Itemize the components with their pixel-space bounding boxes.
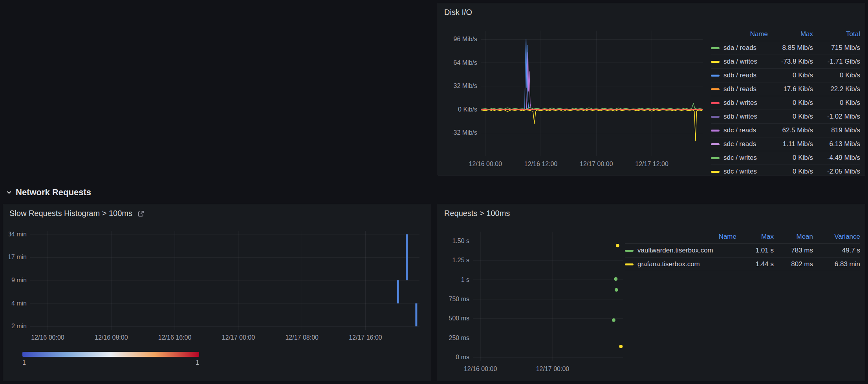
- legend-column-header[interactable]: Name: [711, 30, 768, 38]
- legend-column-header[interactable]: Total: [813, 30, 860, 38]
- legend-series-cell: sdc / writes: [711, 154, 768, 162]
- series-total-value: -1.02 Mib/s: [813, 113, 860, 121]
- series-total-value: 715 Mib/s: [813, 44, 860, 52]
- svg-text:17 min: 17 min: [9, 254, 27, 260]
- series-name: sdb / reads: [723, 71, 756, 79]
- legend-series-cell: sdc / writes: [711, 168, 768, 174]
- slow-requests-heatmap-chart[interactable]: 34 min17 min9 min4 min2 min12/16 00:0012…: [9, 225, 425, 343]
- legend-row[interactable]: sdb / writes 0 Kib/s -1.02 Mib/s: [711, 110, 860, 124]
- legend-row[interactable]: vaultwarden.tiserbox.com 1.01 s 783 ms 4…: [625, 244, 860, 258]
- svg-text:12/17 16:00: 12/17 16:00: [349, 334, 382, 341]
- svg-text:250 ms: 250 ms: [449, 335, 469, 341]
- series-max-value: 0 Kib/s: [768, 113, 813, 121]
- svg-text:12/17 00:00: 12/17 00:00: [222, 334, 255, 341]
- svg-text:0 Kib/s: 0 Kib/s: [458, 106, 477, 113]
- legend-series-cell: sda / reads: [711, 44, 768, 52]
- disk-io-panel-header[interactable]: Disk I/O: [438, 3, 865, 21]
- disk-io-legend-table: Name Max Total sda / reads 8.85 Mib/s 71: [711, 27, 860, 174]
- colorbar-max-label: 1: [196, 359, 199, 366]
- disk-io-panel-title[interactable]: Disk I/O: [444, 8, 472, 17]
- svg-text:2 min: 2 min: [11, 323, 27, 329]
- disk-io-legend-header: Name Max Total: [711, 27, 860, 41]
- external-link-icon[interactable]: [137, 210, 145, 218]
- legend-row[interactable]: sda / reads 8.85 Mib/s 715 Mib/s: [711, 41, 860, 55]
- disk-io-timeseries-chart[interactable]: 96 Mib/s64 Mib/s32 Mib/s0 Kib/s-32 Mib/s…: [443, 26, 707, 171]
- legend-row[interactable]: sdc / writes 0 Kib/s -4.49 Mib/s: [711, 151, 860, 165]
- svg-text:12/17 00:00: 12/17 00:00: [536, 366, 570, 372]
- svg-text:12/16 08:00: 12/16 08:00: [95, 334, 128, 341]
- svg-text:12/17 08:00: 12/17 08:00: [285, 334, 319, 341]
- requests-panel-header[interactable]: Requests > 100ms: [438, 204, 865, 222]
- series-color-swatch: [711, 102, 720, 104]
- series-color-swatch: [711, 61, 720, 63]
- series-name: sdb / reads: [723, 85, 756, 93]
- legend-row[interactable]: sdc / reads 1.11 Mib/s 6.13 Mib/s: [711, 137, 860, 151]
- series-total-value: 0 Kib/s: [813, 71, 860, 79]
- series-color-swatch: [711, 75, 720, 77]
- series-max-value: -73.8 Kib/s: [768, 58, 813, 66]
- series-max-value: 62.5 Mib/s: [768, 126, 813, 134]
- slow-histogram-panel-title[interactable]: Slow Requests Histogram > 100ms: [9, 209, 132, 218]
- series-variance-value: 6.83 min: [813, 260, 860, 268]
- series-name: sdc / reads: [723, 140, 756, 148]
- svg-text:0 ms: 0 ms: [456, 354, 469, 360]
- series-name: sda / writes: [723, 58, 757, 66]
- svg-text:12/16 00:00: 12/16 00:00: [31, 334, 64, 341]
- series-color-swatch: [711, 116, 720, 118]
- legend-row[interactable]: sdc / writes 0 Kib/s -2.05 Mib/s: [711, 165, 860, 174]
- requests-legend-header: Name Max Mean Variance: [625, 230, 860, 244]
- series-max-value: 1.44 s: [736, 260, 774, 268]
- requests-panel-title[interactable]: Requests > 100ms: [444, 209, 510, 218]
- legend-row[interactable]: sdc / reads 62.5 Mib/s 819 Mib/s: [711, 124, 860, 137]
- series-color-swatch: [711, 171, 720, 173]
- legend-column-header[interactable]: Variance: [813, 233, 860, 241]
- legend-row[interactable]: grafana.tiserbox.com 1.44 s 802 ms 6.83 …: [625, 258, 860, 271]
- svg-text:4 min: 4 min: [11, 300, 27, 307]
- legend-row[interactable]: sdb / reads 0 Kib/s 0 Kib/s: [711, 69, 860, 82]
- svg-text:750 ms: 750 ms: [449, 296, 469, 302]
- panel-slow-requests-histogram: Slow Requests Histogram > 100ms 34 min17…: [3, 204, 430, 381]
- section-title: Network Requests: [16, 187, 91, 197]
- legend-column-header[interactable]: Name: [625, 233, 736, 241]
- svg-text:1.25 s: 1.25 s: [452, 257, 469, 263]
- requests-legend-table: Name Max Mean Variance vaultwarden.tiser…: [625, 230, 860, 281]
- svg-text:12/17 00:00: 12/17 00:00: [580, 161, 613, 167]
- series-name: sdc / writes: [723, 168, 757, 174]
- series-mean-value: 802 ms: [774, 260, 813, 268]
- series-name: sda / reads: [723, 44, 756, 52]
- svg-text:-32 Mib/s: -32 Mib/s: [451, 129, 477, 136]
- legend-series-cell: sdb / writes: [711, 113, 768, 121]
- svg-text:12/17 12:00: 12/17 12:00: [635, 161, 668, 167]
- series-name: grafana.tiserbox.com: [637, 260, 700, 268]
- legend-column-header[interactable]: Mean: [774, 233, 813, 241]
- colorbar-min-label: 1: [22, 359, 26, 366]
- legend-row[interactable]: sda / writes -73.8 Kib/s -1.71 Gib/s: [711, 55, 860, 69]
- series-max-value: 1.01 s: [736, 247, 774, 254]
- heatmap-colorbar: [22, 352, 199, 357]
- slow-histogram-panel-header[interactable]: Slow Requests Histogram > 100ms: [3, 204, 430, 222]
- section-header-network-requests[interactable]: Network Requests: [5, 186, 91, 199]
- series-max-value: 0 Kib/s: [768, 71, 813, 79]
- series-name: sdb / writes: [723, 113, 757, 121]
- legend-series-cell: sdc / reads: [711, 140, 768, 148]
- series-max-value: 0 Kib/s: [768, 154, 813, 162]
- series-max-value: 0 Kib/s: [768, 99, 813, 107]
- legend-column-header[interactable]: Max: [736, 233, 774, 241]
- series-color-swatch: [711, 157, 720, 159]
- legend-row[interactable]: sdb / reads 17.6 Kib/s 22.2 Kib/s: [711, 82, 860, 96]
- series-name: sdb / writes: [723, 99, 757, 107]
- requests-scatter-chart[interactable]: 1.50 s1.25 s1 s750 ms500 ms250 ms0 ms12/…: [443, 227, 628, 376]
- series-color-swatch: [625, 250, 634, 252]
- series-color-swatch: [711, 47, 720, 49]
- chevron-down-icon: [5, 189, 13, 196]
- legend-column-header[interactable]: Max: [768, 30, 813, 38]
- legend-row[interactable]: sdb / writes 0 Kib/s 0 Kib/s: [711, 96, 860, 110]
- series-variance-value: 49.7 s: [813, 247, 860, 254]
- svg-text:64 Mib/s: 64 Mib/s: [454, 59, 477, 66]
- legend-series-cell: grafana.tiserbox.com: [625, 260, 736, 268]
- series-max-value: 8.85 Mib/s: [768, 44, 813, 52]
- legend-series-cell: sda / writes: [711, 58, 768, 66]
- series-name: sdc / writes: [723, 154, 757, 162]
- series-total-value: -2.05 Mib/s: [813, 168, 860, 174]
- series-total-value: 0 Kib/s: [813, 99, 860, 107]
